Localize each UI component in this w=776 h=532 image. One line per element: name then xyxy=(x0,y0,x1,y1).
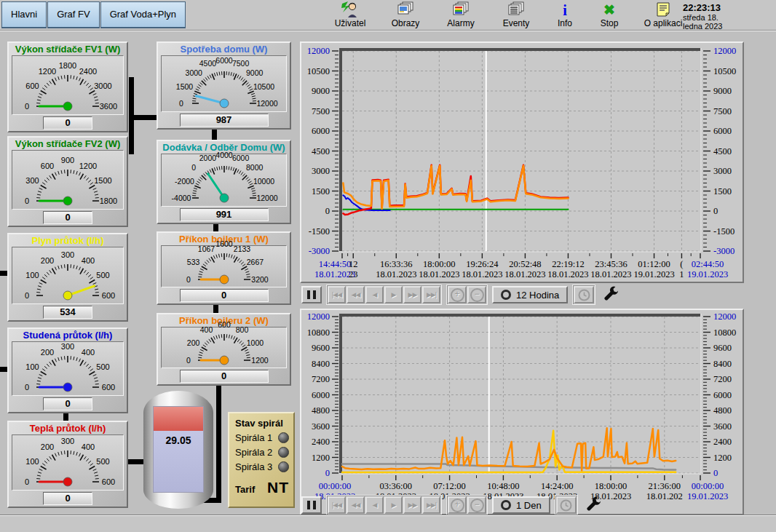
zoom-in-button[interactable]: + xyxy=(448,496,467,514)
svg-text:6000: 6000 xyxy=(215,57,233,65)
toolbar-button-alarmy[interactable]: Alarmy xyxy=(440,1,482,28)
gauge-face: 0100200300400500600 xyxy=(12,434,124,491)
zoom-button-group: + − xyxy=(446,495,488,515)
toolbar-button-info[interactable]: i Info xyxy=(550,1,579,28)
svg-text:100: 100 xyxy=(25,362,39,371)
go-first-button[interactable]: |◀◀ xyxy=(328,286,346,303)
svg-text:1200: 1200 xyxy=(713,453,732,463)
svg-text:3000: 3000 xyxy=(312,166,330,176)
pause-button[interactable] xyxy=(301,496,322,514)
svg-text:1500: 1500 xyxy=(312,186,330,196)
svg-text:7200: 7200 xyxy=(713,374,732,384)
pause-button[interactable] xyxy=(301,286,322,303)
svg-text:18:00:00: 18:00:00 xyxy=(423,259,455,269)
svg-text:10000: 10000 xyxy=(253,177,274,186)
forward-button[interactable]: ▶ xyxy=(384,286,403,303)
spiral-label: Spirála 3 xyxy=(235,461,272,472)
time-button-group xyxy=(555,495,578,515)
gauge-bojler2: Příkon bojleru 2 (W)02004006008001000120… xyxy=(157,313,291,386)
svg-text:1200: 1200 xyxy=(251,356,269,365)
interval-radio-1d[interactable]: 1 Den xyxy=(492,496,550,514)
svg-text:07:12:00: 07:12:00 xyxy=(433,481,465,491)
nav-button-group: |◀◀ ◀◀ ◀ ▶ ▶▶ ▶▶| xyxy=(326,285,442,305)
svg-text:18.01.2023: 18.01.2023 xyxy=(590,269,631,279)
svg-text:4800: 4800 xyxy=(713,405,732,416)
spiral-row-3: Spirála 3 xyxy=(235,461,289,472)
svg-text:7500: 7500 xyxy=(713,106,732,116)
fast-forward-button[interactable]: ▶▶ xyxy=(403,496,421,514)
svg-text:12000: 12000 xyxy=(307,46,330,56)
svg-text:7500: 7500 xyxy=(312,106,330,116)
gauge-value: 534 xyxy=(43,306,92,319)
svg-text:23: 23 xyxy=(349,269,358,279)
fast-back-button[interactable]: ◀◀ xyxy=(347,496,365,514)
toolbar-button-eventy[interactable]: Eventy xyxy=(495,1,537,28)
go-first-button[interactable]: |◀◀ xyxy=(328,496,346,514)
boiler-tank: 29.05 xyxy=(143,391,213,509)
svg-text:0: 0 xyxy=(186,275,191,284)
go-last-button[interactable]: ▶▶| xyxy=(422,286,440,303)
time-button-group xyxy=(572,285,595,305)
svg-text:-3000: -3000 xyxy=(713,246,735,256)
svg-text:00:00:00: 00:00:00 xyxy=(692,481,724,491)
svg-text:3000: 3000 xyxy=(713,166,732,176)
toolbar-button-obrazy[interactable]: Obrazy xyxy=(384,1,427,28)
svg-text:19.01.2023: 19.01.2023 xyxy=(633,269,674,279)
clock-button[interactable] xyxy=(556,496,577,514)
zoom-out-button[interactable]: − xyxy=(467,496,486,514)
svg-text:200: 200 xyxy=(186,338,199,347)
toolbar-button-uzivatel[interactable]: Uživatel xyxy=(329,1,371,28)
tab-graf-fv[interactable]: Graf FV xyxy=(47,1,100,28)
svg-text:0: 0 xyxy=(191,163,196,172)
gauge-value: 987 xyxy=(180,114,269,127)
svg-text:0: 0 xyxy=(713,468,718,478)
svg-text:7500: 7500 xyxy=(231,59,249,68)
fast-forward-button[interactable]: ▶▶ xyxy=(403,286,421,303)
svg-text:100: 100 xyxy=(25,271,39,279)
spiral-label: Spirála 1 xyxy=(235,432,272,443)
back-button[interactable]: ◀ xyxy=(365,496,384,514)
svg-text:9000: 9000 xyxy=(246,68,264,77)
interval-radio-12h[interactable]: 12 Hodina xyxy=(492,286,568,303)
toolbar-buttons: Uživatel Obrazy Alarmy Eventy i Info ✖ xyxy=(329,1,687,28)
svg-text:3000: 3000 xyxy=(94,82,111,90)
zoom-out-button[interactable]: − xyxy=(467,286,486,303)
settings-wrench-button[interactable] xyxy=(582,496,604,514)
gauge-value: 0 xyxy=(43,397,92,410)
events-icon xyxy=(507,1,525,17)
gauge-plyn: Plyn průtok (l/h)0100200300400500600534 xyxy=(7,233,128,322)
gauge-face: -4000-2000020004000600080001000012000 xyxy=(161,154,287,207)
svg-text:300: 300 xyxy=(61,342,74,351)
forward-button[interactable]: ▶ xyxy=(384,496,403,514)
svg-text:21:36:00: 21:36:00 xyxy=(649,481,681,491)
gauge-value: 0 xyxy=(180,289,269,302)
zoom-in-button[interactable]: + xyxy=(448,286,467,303)
svg-text:1067: 1067 xyxy=(197,245,215,253)
svg-text:2667: 2667 xyxy=(246,258,264,266)
toolbar-label: Info xyxy=(558,18,572,28)
go-last-button[interactable]: ▶▶| xyxy=(422,496,440,514)
trend-plot: 1200012000108001080096009600840084007200… xyxy=(301,310,743,514)
chart-controls-1d: |◀◀ ◀◀ ◀ ▶ ▶▶ ▶▶| + − 1 Den xyxy=(301,496,604,515)
tab-graf-voda-plyn[interactable]: Graf Voda+Plyn xyxy=(100,1,186,28)
gauge-value: 0 xyxy=(43,116,92,130)
svg-text:-2000: -2000 xyxy=(175,177,194,186)
svg-text:1200: 1200 xyxy=(39,67,56,76)
svg-text:9600: 9600 xyxy=(713,343,732,353)
back-button[interactable]: ◀ xyxy=(365,286,384,303)
radio-icon xyxy=(501,500,511,510)
gauge-face: 060012001800240030003600 xyxy=(12,55,124,115)
tab-hlavni[interactable]: Hlavni xyxy=(1,1,47,28)
svg-text:3600: 3600 xyxy=(312,421,330,432)
gauge-title: Výkon střídače FV1 (W) xyxy=(9,44,127,55)
svg-text:12000: 12000 xyxy=(256,194,277,202)
svg-text:-4000: -4000 xyxy=(171,194,191,202)
clock-button[interactable] xyxy=(574,286,594,303)
svg-text:1600: 1600 xyxy=(215,241,233,248)
fast-back-button[interactable]: ◀◀ xyxy=(347,286,365,303)
spiral-row-1: Spirála 1 xyxy=(235,432,289,443)
toolbar-button-stop[interactable]: ✖ Stop xyxy=(593,1,626,28)
settings-wrench-button[interactable] xyxy=(600,286,622,303)
svg-text:4800: 4800 xyxy=(312,405,330,416)
svg-text:300: 300 xyxy=(61,437,74,445)
